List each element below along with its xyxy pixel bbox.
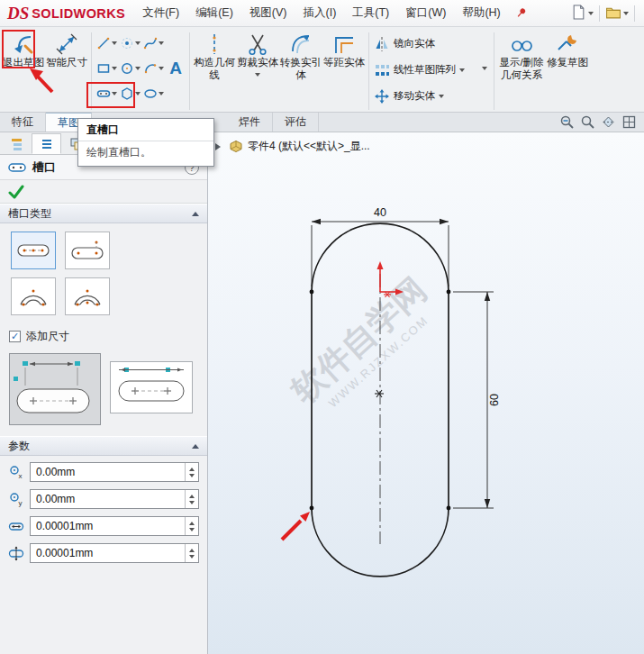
tooltip-description: 绘制直槽口。 [78, 141, 213, 166]
chevron-down-icon[interactable] [459, 68, 465, 75]
menu-window[interactable]: 窗口(W) [397, 0, 454, 26]
display-delete-relations-button[interactable]: 显示/删除几何关系 [497, 31, 546, 81]
slot-type-arc-3point[interactable] [65, 277, 110, 315]
point-tool-button[interactable] [118, 31, 141, 56]
menubar-quick-icons [571, 5, 644, 23]
svg-text:y: y [19, 499, 23, 507]
ellipse-icon [143, 86, 158, 101]
slot-type-options [0, 223, 207, 323]
center-point-marker[interactable] [375, 390, 384, 397]
section-view-icon[interactable] [601, 114, 616, 130]
slot-type-straight-centerpoints[interactable] [11, 232, 56, 269]
menu-help[interactable]: 帮助(H) [454, 0, 508, 26]
chevron-down-icon[interactable] [159, 67, 164, 73]
chevron-down-icon[interactable] [135, 92, 141, 98]
pin-menu-icon[interactable] [514, 6, 528, 20]
open-document-chevron-icon[interactable] [623, 12, 629, 18]
menu-insert[interactable]: 插入(I) [295, 0, 345, 26]
tab-property-manager[interactable] [32, 133, 61, 154]
spin-up-icon[interactable] [186, 490, 198, 499]
ok-checkmark-icon[interactable] [8, 185, 24, 199]
text-tool-button[interactable]: A [165, 31, 186, 106]
collapse-chevron-icon[interactable] [192, 208, 199, 216]
chevron-down-icon[interactable] [159, 92, 164, 98]
tab-feature-tree[interactable] [2, 133, 32, 154]
chevron-down-icon[interactable] [112, 67, 117, 73]
param-slot-length-input[interactable] [30, 516, 199, 536]
tab-weldments[interactable]: 焊件 [227, 113, 273, 132]
spin-up-icon[interactable] [186, 544, 198, 553]
repair-sketch-button[interactable]: 修复草图 [546, 31, 589, 69]
spline-tool-button[interactable] [141, 31, 165, 56]
mirror-entities-label: 镜向实体 [394, 37, 435, 50]
chevron-down-icon[interactable] [135, 67, 141, 73]
ellipse-tool-button[interactable] [141, 81, 165, 106]
polygon-tool-button[interactable] [118, 81, 141, 106]
arc-tool-button[interactable] [141, 56, 165, 81]
magnifier-pencil-icon[interactable] [559, 114, 575, 130]
tab-features[interactable]: 特征 [0, 113, 46, 132]
chevron-down-icon[interactable] [439, 95, 444, 101]
slot-tool-button[interactable] [95, 81, 118, 106]
dimension-style-center-to-center[interactable] [9, 353, 101, 425]
param-center-x-input[interactable] [30, 462, 199, 482]
collapse-chevron-icon[interactable] [192, 441, 199, 449]
chevron-down-icon[interactable] [159, 41, 164, 48]
convert-entities-label: 转换实引体 [280, 57, 322, 81]
line-tool-button[interactable] [95, 31, 118, 56]
new-document-icon[interactable] [571, 5, 586, 23]
spin-down-icon[interactable] [186, 472, 198, 481]
move-entities-button[interactable]: 移动实体 [372, 83, 478, 109]
spinner [185, 490, 198, 508]
tab-evaluate[interactable]: 评估 [273, 113, 319, 132]
slot-type-straight-3point[interactable] [65, 232, 110, 269]
param-center-x-value[interactable] [31, 463, 185, 481]
spin-down-icon[interactable] [186, 526, 198, 535]
menu-tools[interactable]: 工具(T) [344, 0, 397, 26]
new-document-chevron-icon[interactable] [588, 12, 594, 18]
slot-type-section-header[interactable]: 槽口类型 [0, 204, 207, 223]
offset-entities-icon [332, 32, 356, 56]
pattern-flyout-chevron[interactable] [478, 31, 491, 106]
width-dimension-text[interactable]: 40 [374, 206, 386, 219]
magnifier-icon[interactable] [580, 114, 595, 130]
param-slot-width-value[interactable] [31, 544, 185, 562]
param-slot-width-input[interactable] [30, 543, 199, 563]
arc-slot-3point-icon [68, 283, 106, 310]
chevron-down-icon[interactable] [255, 73, 260, 79]
menu-file[interactable]: 文件(F) [134, 0, 187, 26]
dimension-style-overall[interactable] [110, 361, 193, 413]
trim-entities-button[interactable]: 剪裁实体 [236, 31, 279, 79]
param-center-y-value[interactable] [31, 490, 185, 508]
chevron-down-icon[interactable] [112, 92, 117, 98]
tree-expand-arrow-icon[interactable] [215, 143, 224, 150]
exit-sketch-button[interactable]: 退出草图 [2, 31, 45, 69]
chevron-down-icon[interactable] [112, 41, 117, 48]
menu-view[interactable]: 视图(V) [241, 0, 295, 26]
smart-dimension-button[interactable]: 智能尺寸 [45, 31, 88, 69]
mirror-entities-button[interactable]: 镜向实体 [372, 31, 478, 57]
construction-geometry-button[interactable]: 构造几何线 [193, 31, 236, 81]
slot-type-arc-centerpoints[interactable] [11, 277, 56, 315]
center-dimension-preview-icon [12, 357, 98, 422]
convert-entities-button[interactable]: 转换实引体 [279, 31, 322, 81]
circle-tool-button[interactable] [118, 56, 141, 81]
rectangle-tool-button[interactable] [95, 56, 118, 81]
filter-grid-icon[interactable] [621, 114, 637, 130]
chevron-down-icon[interactable] [135, 41, 141, 48]
linear-sketch-pattern-button[interactable]: 线性草图阵列 [372, 57, 478, 83]
parameters-section-header[interactable]: 参数 [0, 436, 207, 456]
spin-up-icon[interactable] [186, 517, 198, 526]
open-document-icon[interactable] [605, 5, 621, 23]
graphics-area[interactable]: 零件4 (默认<<默认>_显... 软件自学网 WWW.RJZXW.COM [208, 132, 644, 654]
offset-entities-button[interactable]: 等距实体 [322, 31, 366, 69]
feature-tree-root[interactable]: 零件4 (默认<<默认>_显... [215, 139, 370, 154]
add-dimension-checkbox[interactable]: ✓ [9, 331, 21, 342]
param-center-y-input[interactable] [30, 489, 199, 509]
spin-down-icon[interactable] [186, 553, 198, 562]
spin-down-icon[interactable] [186, 499, 198, 508]
spin-up-icon[interactable] [186, 463, 198, 472]
menu-edit[interactable]: 编辑(E) [187, 0, 241, 26]
height-dimension-text[interactable]: 60 [488, 394, 501, 406]
param-slot-length-value[interactable] [31, 517, 185, 535]
